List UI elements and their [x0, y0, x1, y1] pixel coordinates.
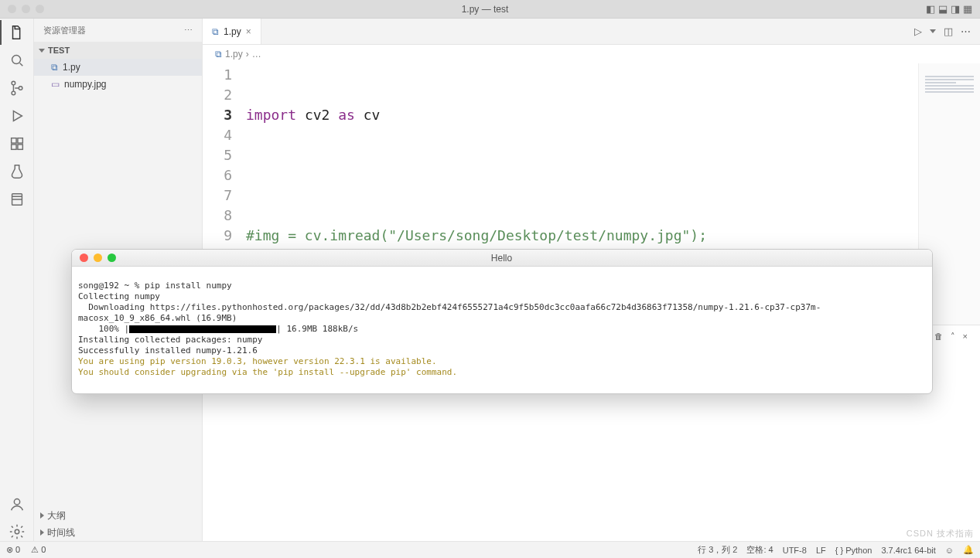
- svg-rect-4: [11, 138, 15, 143]
- status-feedback-icon[interactable]: ☺: [945, 546, 954, 555]
- secondary-window[interactable]: Hello song@192 ~ % pip install numpy Col…: [71, 249, 933, 394]
- outline-label: 大纲: [47, 509, 66, 522]
- svg-point-1: [12, 81, 15, 85]
- status-indent[interactable]: 空格: 4: [746, 544, 773, 556]
- term-warn-line: You are using pip version 19.0.3, howeve…: [78, 356, 437, 366]
- svg-point-3: [19, 87, 22, 90]
- close-window-icon[interactable]: [80, 253, 88, 262]
- outline-section[interactable]: 大纲: [34, 507, 202, 524]
- search-icon[interactable]: [8, 51, 26, 70]
- svg-point-9: [14, 499, 19, 505]
- toggle-primary-sidebar-icon[interactable]: ◧: [926, 3, 935, 15]
- term-warn-line: You should consider upgrading via the 'p…: [78, 367, 457, 377]
- tab-label: 1.py: [224, 26, 241, 37]
- term-line: Collecting numpy: [78, 291, 160, 301]
- explorer-title: 资源管理器: [43, 25, 86, 36]
- workspace-name: TEST: [48, 46, 70, 55]
- secondary-window-titlebar[interactable]: Hello: [72, 250, 932, 267]
- secondary-window-title: Hello: [116, 253, 887, 264]
- window-title: 1.py — test: [44, 4, 926, 15]
- svg-point-0: [12, 56, 20, 64]
- toggle-panel-icon[interactable]: ⬓: [938, 3, 948, 15]
- chevron-down-icon: [39, 49, 45, 53]
- panel-chevron-up-icon[interactable]: ˄: [951, 332, 955, 342]
- svg-point-2: [12, 91, 15, 95]
- svg-point-10: [15, 529, 19, 534]
- chevron-right-icon: [40, 512, 44, 519]
- run-dropdown-icon[interactable]: [930, 29, 936, 33]
- toggle-secondary-sidebar-icon[interactable]: ◨: [951, 3, 960, 15]
- term-line: Downloading https://files.pythonhosted.o…: [78, 302, 821, 323]
- trash-icon[interactable]: 🗑: [934, 332, 943, 341]
- explorer-more-icon[interactable]: ⋯: [184, 26, 193, 36]
- activity-bar: [0, 19, 34, 541]
- panel-close-icon[interactable]: ×: [963, 332, 968, 341]
- traffic-lights: [0, 5, 44, 13]
- close-window-icon[interactable]: [8, 5, 16, 13]
- svg-rect-5: [17, 138, 22, 143]
- watermark: CSDN 技术指南: [907, 528, 974, 539]
- term-line: Installing collected packages: numpy: [78, 335, 262, 345]
- file-name: numpy.jpg: [64, 79, 106, 90]
- run-file-icon[interactable]: ▷: [914, 26, 922, 37]
- editor-tabs: ⧉ 1.py × ▷ ◫ ⋯: [203, 19, 980, 45]
- workspace-root[interactable]: TEST: [34, 42, 202, 59]
- breadcrumb-file: 1.py: [225, 49, 243, 60]
- svg-rect-7: [17, 145, 22, 149]
- status-interpreter[interactable]: 3.7.4rc1 64-bit: [881, 546, 935, 555]
- file-item[interactable]: ▭ numpy.jpg: [34, 76, 202, 93]
- python-file-icon: ⧉: [51, 62, 58, 73]
- tab-file[interactable]: ⧉ 1.py ×: [203, 19, 261, 44]
- titlebar-layout-controls: ◧ ⬓ ◨ ▦: [926, 3, 980, 15]
- progress-bar: [129, 325, 276, 333]
- timeline-label: 时间线: [47, 526, 75, 539]
- source-control-icon[interactable]: [8, 79, 26, 97]
- close-tab-icon[interactable]: ×: [246, 26, 251, 37]
- more-actions-icon[interactable]: ⋯: [961, 26, 971, 37]
- window-titlebar: 1.py — test ◧ ⬓ ◨ ▦: [0, 0, 980, 19]
- python-file-icon: ⧉: [215, 49, 222, 60]
- python-file-icon: ⧉: [212, 26, 219, 37]
- term-line: song@192 ~ % pip install numpy: [78, 281, 232, 291]
- settings-gear-icon[interactable]: [8, 522, 26, 541]
- status-bar: ⊗ 0 ⚠ 0 行 3，列 2 空格: 4 UTF-8 LF { } Pytho…: [0, 541, 980, 558]
- breadcrumb[interactable]: ⧉ 1.py › …: [203, 45, 980, 63]
- split-editor-icon[interactable]: ◫: [944, 26, 953, 37]
- customize-layout-icon[interactable]: ▦: [963, 3, 972, 15]
- file-item[interactable]: ⧉ 1.py: [34, 59, 202, 76]
- secondary-window-body[interactable]: song@192 ~ % pip install numpy Collectin…: [72, 267, 932, 393]
- notebook-icon[interactable]: [8, 190, 26, 209]
- timeline-section[interactable]: 时间线: [34, 524, 202, 541]
- minimize-window-icon[interactable]: [94, 253, 102, 262]
- status-notifications-icon[interactable]: 🔔: [963, 545, 974, 555]
- chevron-right-icon: [40, 529, 44, 536]
- status-warnings[interactable]: ⚠ 0: [31, 545, 46, 555]
- breadcrumb-more: …: [252, 49, 261, 60]
- breadcrumb-sep: ›: [246, 49, 249, 60]
- svg-rect-6: [11, 145, 15, 149]
- status-errors[interactable]: ⊗ 0: [6, 545, 20, 555]
- run-debug-icon[interactable]: [8, 107, 26, 125]
- zoom-window-icon[interactable]: [108, 253, 116, 262]
- explorer-icon[interactable]: [8, 23, 26, 42]
- minimize-window-icon[interactable]: [22, 5, 30, 13]
- status-linecol[interactable]: 行 3，列 2: [698, 544, 737, 556]
- extensions-icon[interactable]: [8, 134, 26, 153]
- status-encoding[interactable]: UTF-8: [783, 546, 807, 555]
- status-eol[interactable]: LF: [816, 546, 826, 555]
- testing-icon[interactable]: [8, 162, 26, 181]
- file-name: 1.py: [63, 62, 80, 73]
- zoom-window-icon[interactable]: [36, 5, 44, 13]
- accounts-icon[interactable]: [8, 495, 26, 513]
- term-line: Successfully installed numpy-1.21.6: [78, 345, 258, 356]
- status-language[interactable]: { } Python: [835, 546, 872, 555]
- image-file-icon: ▭: [51, 79, 60, 90]
- term-line: 100% || 16.9MB 188kB/s: [78, 324, 358, 334]
